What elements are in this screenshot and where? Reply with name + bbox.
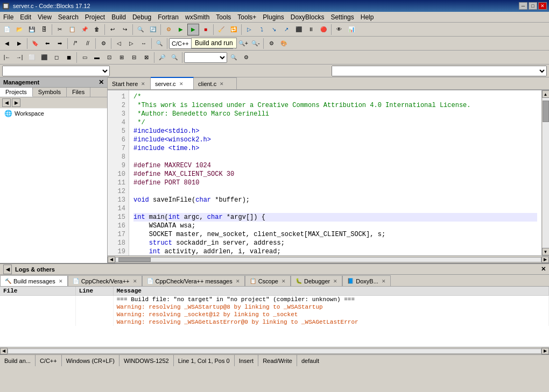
scroll-track[interactable] bbox=[543, 98, 549, 248]
tb2-match-btn[interactable]: ↔ bbox=[138, 38, 150, 49]
hscroll-right-btn[interactable]: ▶ bbox=[541, 256, 549, 263]
debug-step-btn[interactable]: ↘ bbox=[268, 24, 280, 35]
menu-item-doxyblocks[interactable]: DoxyBlocks bbox=[287, 12, 328, 22]
scope-select[interactable] bbox=[332, 66, 547, 76]
sidebar-prev-btn[interactable]: ◀ bbox=[2, 98, 11, 107]
code-line-19[interactable]: int activity, addrlen, i, valread; bbox=[133, 247, 537, 255]
sidebar-next-btn[interactable]: ▶ bbox=[12, 98, 20, 107]
syntax-select[interactable] bbox=[184, 52, 227, 63]
find-btn[interactable]: 🔍 bbox=[135, 24, 146, 35]
tab-close-2[interactable]: ✕ bbox=[236, 279, 240, 284]
tb2-bm-next-btn[interactable]: ➡ bbox=[54, 38, 66, 49]
bottom-tab-0[interactable]: 🔨Build messages✕ bbox=[0, 275, 68, 286]
code-line-6[interactable]: #include<winsock2.h> bbox=[133, 136, 537, 144]
tb2-uncomment-btn[interactable]: // bbox=[82, 38, 94, 49]
code-line-10[interactable]: #define MAX_CLIENT_SOCK 30 bbox=[133, 170, 537, 179]
tb2-nav-prev-btn[interactable]: ◁ bbox=[113, 38, 125, 49]
scroll-down-btn[interactable]: ▼ bbox=[542, 248, 550, 255]
tb2-bm-prev-btn[interactable]: ⬅ bbox=[41, 38, 53, 49]
tab-client-c[interactable]: client.c ✕ bbox=[194, 77, 237, 89]
bottom-hscroll-track[interactable] bbox=[8, 348, 541, 354]
stop-btn[interactable]: ■ bbox=[200, 24, 212, 35]
sidebar-close-btn[interactable]: ✕ bbox=[98, 79, 104, 86]
tb3-btn6[interactable]: ◼ bbox=[63, 52, 75, 63]
editor-hscroll[interactable]: ◀ ▶ bbox=[108, 255, 549, 263]
tb2-nav-next-btn[interactable]: ▷ bbox=[125, 38, 137, 49]
tb2-settings-btn[interactable]: ⚙ bbox=[265, 38, 277, 49]
workspace-item[interactable]: 🌐 Workspace bbox=[0, 109, 107, 118]
bottom-tab-3[interactable]: 📋Cscope✕ bbox=[245, 275, 291, 286]
close-server-c[interactable]: ✕ bbox=[179, 81, 184, 87]
save-btn[interactable]: 💾 bbox=[26, 24, 38, 35]
bottom-tab-2[interactable]: 📄CppCheck/Vera++ messages✕ bbox=[142, 275, 245, 286]
tb2-prev-btn[interactable]: ◀ bbox=[1, 38, 13, 49]
debug-stop-btn[interactable]: ⬛ bbox=[293, 24, 305, 35]
sidebar-content[interactable]: 🌐 Workspace bbox=[0, 109, 107, 263]
tab-close-3[interactable]: ✕ bbox=[281, 279, 286, 284]
tab-server-c[interactable]: server.c ✕ bbox=[151, 77, 194, 89]
tb2-next-btn[interactable]: ▶ bbox=[13, 38, 25, 49]
bottom-panel-close-btn[interactable]: ✕ bbox=[541, 266, 546, 273]
hscroll-left-btn[interactable]: ◀ bbox=[108, 256, 115, 263]
locals-btn[interactable]: 📊 bbox=[346, 24, 357, 35]
tab-projects[interactable]: Projects bbox=[0, 88, 33, 97]
tb3-zoom-in[interactable]: 🔎 bbox=[156, 52, 168, 63]
tb2-zoom-out-btn[interactable]: 🔍- bbox=[250, 38, 262, 49]
delete-btn[interactable]: 🗑 bbox=[91, 24, 103, 35]
tb3-config-btn[interactable]: ⚙ bbox=[240, 52, 252, 63]
bottom-hscroll-left[interactable]: ◀ bbox=[0, 348, 8, 354]
code-line-9[interactable]: #define MAXRECV 1024 bbox=[133, 161, 537, 170]
paste-btn[interactable]: 📌 bbox=[79, 24, 90, 35]
watch-btn[interactable]: 👁 bbox=[333, 24, 345, 35]
menu-item-file[interactable]: File bbox=[0, 12, 17, 22]
debug-out-btn[interactable]: ↗ bbox=[280, 24, 292, 35]
bottom-hscroll-right[interactable]: ▶ bbox=[541, 348, 549, 354]
bottom-nav-left[interactable]: ◀ bbox=[3, 265, 12, 274]
tab-close-1[interactable]: ✕ bbox=[133, 279, 137, 284]
clean-btn[interactable]: 🧹 bbox=[215, 24, 227, 35]
code-line-11[interactable]: #define PORT 8010 bbox=[133, 179, 537, 187]
maximize-button[interactable]: □ bbox=[529, 2, 537, 10]
close-client-c[interactable]: ✕ bbox=[220, 81, 224, 87]
code-line-17[interactable]: SOCKET master, new_socket, client_socket… bbox=[133, 230, 537, 239]
tb3-btn12[interactable]: ⊠ bbox=[140, 52, 152, 63]
code-content[interactable]: /* *This work is licensed under a Creati… bbox=[129, 90, 541, 255]
editor-scroll[interactable]: 1234567891011121314151617181920 /* *This… bbox=[108, 90, 541, 255]
hscroll-thumb[interactable] bbox=[118, 258, 151, 262]
close-button[interactable]: ✕ bbox=[538, 2, 547, 10]
tb2-zoom-in-btn[interactable]: 🔍+ bbox=[237, 38, 249, 49]
rebuild-btn[interactable]: 🔁 bbox=[228, 24, 240, 35]
tab-close-4[interactable]: ✕ bbox=[333, 279, 337, 284]
menu-item-tools[interactable]: Tools bbox=[213, 12, 234, 22]
build-run-btn[interactable]: ▶ bbox=[187, 24, 199, 35]
code-line-4[interactable]: */ bbox=[133, 118, 537, 127]
new-btn[interactable]: 📄 bbox=[1, 24, 13, 35]
menu-item-settings[interactable]: Settings bbox=[327, 12, 357, 22]
bottom-tab-4[interactable]: 🐛Debugger✕ bbox=[291, 275, 342, 286]
menu-item-fortran[interactable]: Fortran bbox=[154, 12, 182, 22]
tab-symbols[interactable]: Symbols bbox=[33, 88, 67, 97]
code-line-15[interactable]: ▼int main(int argc, char *argv[]) { bbox=[133, 213, 537, 222]
run-btn[interactable]: ▶ bbox=[175, 24, 187, 35]
menu-item-debug[interactable]: Debug bbox=[129, 12, 154, 22]
menu-item-wxsmith[interactable]: wxSmith bbox=[182, 12, 213, 22]
menu-item-help[interactable]: Help bbox=[357, 12, 377, 22]
undo-btn[interactable]: ↩ bbox=[107, 24, 118, 35]
code-line-1[interactable]: /* bbox=[133, 92, 537, 101]
cut-btn[interactable]: ✂ bbox=[54, 24, 66, 35]
compile-btn[interactable]: ⚙ bbox=[163, 24, 174, 35]
tb3-btn1[interactable]: |← bbox=[1, 52, 13, 63]
tb3-btn2[interactable]: →| bbox=[13, 52, 25, 63]
debug-run-btn[interactable]: ▷ bbox=[243, 24, 255, 35]
menu-item-build[interactable]: Build bbox=[108, 12, 129, 22]
tb3-btn9[interactable]: ⊡ bbox=[103, 52, 115, 63]
bottom-tab-1[interactable]: 📄CppCheck/Vera++✕ bbox=[68, 275, 142, 286]
code-line-12[interactable] bbox=[133, 187, 537, 196]
code-line-18[interactable]: struct sockaddr_in server, address; bbox=[133, 239, 537, 247]
global-select[interactable] bbox=[2, 66, 110, 76]
bottom-hscroll[interactable]: ◀ ▶ bbox=[0, 347, 549, 354]
redo-btn[interactable]: ↪ bbox=[119, 24, 131, 35]
tb3-btn5[interactable]: ◻ bbox=[51, 52, 62, 63]
menu-item-plugins[interactable]: Plugins bbox=[259, 12, 287, 22]
menu-item-project[interactable]: Project bbox=[82, 12, 108, 22]
